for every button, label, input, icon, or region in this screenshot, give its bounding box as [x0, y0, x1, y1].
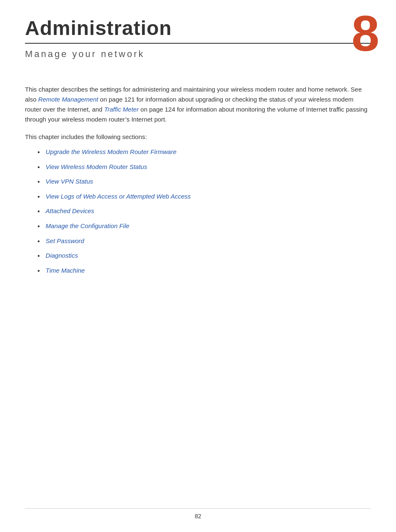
chapter-title-divider	[25, 43, 371, 44]
bullet-icon: •	[37, 177, 40, 187]
toc-link-firmware[interactable]: Upgrade the Wireless Modem Router Firmwa…	[46, 147, 177, 157]
chapter-number: 8	[351, 8, 379, 58]
bullet-icon: •	[37, 162, 40, 173]
page-footer: 82	[25, 508, 371, 520]
toc-link-logs[interactable]: View Logs of Web Access or Attempted Web…	[46, 191, 191, 201]
toc-link-password[interactable]: Set Password	[46, 236, 85, 246]
bullet-icon: •	[37, 147, 40, 158]
bullet-icon: •	[37, 266, 40, 276]
list-item: • View Logs of Web Access or Attempted W…	[37, 191, 371, 202]
bullet-icon: •	[37, 191, 40, 202]
bullet-icon: •	[37, 251, 40, 261]
page-container: 8 Administration Manage your network Thi…	[0, 0, 396, 532]
bullet-icon: •	[37, 236, 40, 247]
list-item: • Attached Devices	[37, 206, 371, 217]
toc-link-config-file[interactable]: Manage the Configuration File	[46, 221, 130, 231]
list-item: • Diagnostics	[37, 251, 371, 261]
bullet-icon: •	[37, 206, 40, 217]
list-item: • Manage the Configuration File	[37, 221, 371, 232]
toc-link-time-machine[interactable]: Time Machine	[46, 266, 85, 276]
remote-management-link[interactable]: Remote Management	[38, 96, 98, 103]
traffic-meter-link[interactable]: Traffic Meter	[104, 106, 139, 113]
list-item: • Upgrade the Wireless Modem Router Firm…	[37, 147, 371, 158]
toc-link-status[interactable]: View Wireless Modem Router Status	[46, 162, 147, 172]
toc-list: • Upgrade the Wireless Modem Router Firm…	[37, 147, 371, 276]
page-number: 82	[195, 513, 202, 520]
chapter-subtitle: Manage your network	[25, 49, 371, 60]
list-item: • View VPN Status	[37, 177, 371, 187]
toc-link-diagnostics[interactable]: Diagnostics	[46, 251, 78, 261]
chapter-title: Administration	[25, 17, 371, 40]
list-item: • View Wireless Modem Router Status	[37, 162, 371, 173]
sections-intro: This chapter includes the following sect…	[25, 132, 371, 142]
list-item: • Time Machine	[37, 266, 371, 276]
body-paragraph: This chapter describes the settings for …	[25, 85, 371, 124]
toc-link-attached-devices[interactable]: Attached Devices	[46, 206, 95, 216]
list-item: • Set Password	[37, 236, 371, 247]
bullet-icon: •	[37, 221, 40, 232]
toc-link-vpn[interactable]: View VPN Status	[46, 177, 93, 186]
